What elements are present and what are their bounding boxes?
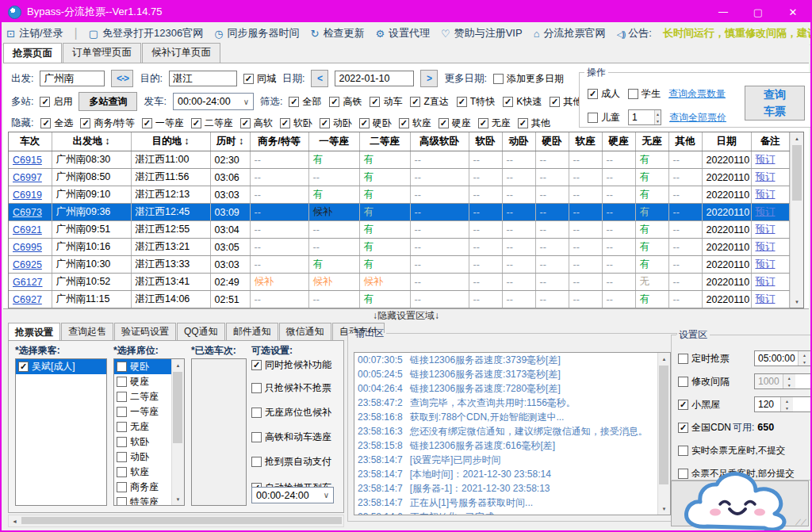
next-date-button[interactable]: > (420, 70, 438, 87)
date-input[interactable] (335, 71, 414, 86)
scrollbar-thumb[interactable] (659, 366, 668, 484)
hide-seat-checkbox[interactable]: 商务/特等 (80, 117, 134, 130)
menu-item-1[interactable]: 注销/登录 (6, 26, 63, 40)
train-type-checkbox[interactable]: K快速 (503, 95, 542, 109)
scroll-up-icon[interactable] (172, 359, 184, 371)
log-entry[interactable]: 23:58:14:7[服务器-1]：2021-12-30 23:58:13 (354, 481, 658, 496)
train-number-link[interactable]: C6973 (13, 207, 42, 218)
seat-item[interactable]: 软卧 (114, 434, 172, 450)
spinner-up-icon[interactable] (783, 374, 795, 381)
train-row[interactable]: C6995广州南10:16湛江西13:2103:05----有---------… (9, 239, 790, 256)
log-entry[interactable]: 23:58:16:8获取到:788个CDN,开始智能测速中... (354, 410, 658, 424)
seat-checkbox[interactable]: 动卧 (117, 450, 149, 464)
spinner-up-icon[interactable] (781, 397, 793, 404)
main-tab[interactable]: 抢票页面 (3, 43, 62, 63)
checkbox-box[interactable] (320, 118, 330, 128)
checkbox-box[interactable] (117, 362, 127, 372)
settings-tab[interactable]: QQ通知 (177, 323, 225, 341)
book-link[interactable]: 预订 (756, 293, 776, 304)
start-grabbing-button[interactable]: 开始抢票 (671, 480, 809, 526)
train-number-link[interactable]: C6927 (13, 294, 42, 305)
setting-spinner[interactable]: 05:00:00 (754, 350, 811, 366)
column-header[interactable]: 硬座 (602, 132, 635, 151)
train-number-link[interactable]: C6925 (13, 259, 42, 270)
train-row[interactable]: C6973广州南09:36湛江西12:4503:09--候补有---------… (9, 204, 790, 221)
checkbox-box[interactable] (370, 97, 380, 107)
same-city-checkbox[interactable]: 同城 (243, 72, 276, 86)
checkbox-box[interactable] (117, 392, 127, 402)
seat-item[interactable]: 特等座 (114, 495, 172, 506)
spinner-up-icon[interactable] (655, 110, 661, 117)
log-entry[interactable]: 23:58:47:2查询完毕，本次查询共用时:1156毫秒。 (354, 396, 658, 410)
hide-seat-checkbox[interactable]: 其他 (518, 117, 550, 130)
checkbox-box[interactable] (678, 469, 688, 479)
book-link[interactable]: 预订 (756, 171, 776, 182)
checkbox-box[interactable] (550, 97, 560, 107)
train-number-link[interactable]: C6995 (13, 242, 42, 253)
option-checkbox[interactable]: 高铁和动车选座 (251, 431, 331, 444)
checkbox-box[interactable] (359, 118, 370, 128)
train-type-checkbox[interactable]: 高铁 (329, 95, 362, 109)
seat-checkbox[interactable]: 硬座 (117, 375, 149, 388)
train-number-link[interactable]: C6919 (13, 189, 42, 201)
selected-trains-listbox[interactable] (191, 358, 247, 506)
spinner-down-icon[interactable] (655, 117, 661, 124)
passenger-checkbox[interactable]: 吴斌[成人] (18, 360, 75, 373)
settings-tab[interactable]: 抢票设置 (8, 323, 60, 342)
main-tab[interactable]: 订单管理页面 (63, 43, 141, 63)
checkbox-box[interactable] (251, 432, 262, 442)
checkbox-box[interactable] (243, 74, 254, 84)
spinner-down-icon[interactable] (799, 358, 810, 366)
checkbox-box[interactable] (518, 118, 528, 128)
column-header[interactable]: 出发地 ↕ (52, 132, 131, 151)
checkbox-box[interactable] (678, 400, 688, 410)
seat-item[interactable]: 软座 (114, 465, 172, 480)
scroll-up-icon[interactable] (791, 132, 803, 144)
column-header[interactable]: 日期 (702, 132, 751, 151)
booking-horizontal-scrollbar[interactable] (8, 515, 344, 527)
log-entry[interactable]: 23:58:14:7[本地时间]：2021-12-30 23:58:14 (354, 467, 658, 481)
hide-seat-checkbox[interactable]: 二等座 (191, 117, 233, 130)
output-log-listbox[interactable]: 00:07:30:5链接12306服务器速度:3739毫秒[差]00:05:24… (354, 352, 671, 515)
hide-seat-checkbox[interactable]: 一等座 (142, 117, 184, 130)
train-number-link[interactable]: C6915 (13, 155, 42, 166)
checkbox-box[interactable] (191, 118, 201, 128)
multi-enable-checkbox[interactable]: 启用 (40, 95, 72, 109)
menu-item-3[interactable]: 同步服务器时间 (214, 26, 299, 40)
spinner-down-icon[interactable] (781, 404, 793, 411)
setting-checkbox[interactable]: 余票不足乘客时,部分提交 (678, 468, 795, 480)
hide-seat-checkbox[interactable]: 高软 (240, 117, 273, 130)
seat-checkbox[interactable]: 二等座 (117, 390, 159, 404)
log-entry[interactable]: 00:04:26:4链接12306服务器速度:7280毫秒[差] (354, 381, 658, 396)
scrollbar-thumb[interactable] (173, 372, 182, 443)
query-tickets-button[interactable]: 查询 车票 (745, 86, 805, 121)
close-button[interactable] (776, 2, 810, 22)
add-more-dates-checkbox[interactable]: 添加更多日期 (493, 72, 564, 86)
seat-item[interactable]: 动卧 (114, 450, 172, 465)
train-type-checkbox[interactable]: 其他 (550, 95, 582, 109)
train-type-checkbox[interactable]: 动车 (370, 95, 402, 109)
setting-checkbox[interactable]: 修改间隔 (678, 375, 730, 388)
checkbox-box[interactable] (117, 377, 127, 387)
seat-item[interactable]: 硬卧 (114, 359, 172, 374)
resize-grip[interactable]: ⟋⟋ (795, 518, 806, 527)
scroll-down-icon[interactable] (172, 493, 184, 505)
main-tab[interactable]: 候补订单页面 (142, 43, 220, 63)
column-header[interactable]: 动卧 (502, 132, 535, 151)
menu-item-6[interactable]: 赞助与注册VIP (441, 26, 523, 40)
checkbox-box[interactable] (493, 74, 504, 84)
seat-checkbox[interactable]: 硬卧 (117, 360, 149, 373)
minimize-button[interactable] (706, 2, 741, 22)
log-scrollbar[interactable] (657, 353, 670, 515)
log-entry[interactable]: 23:58:14:6正在初始化...已完成 (354, 510, 658, 515)
train-row[interactable]: C6925广州南10:30湛江西13:3303:03--有有----------… (9, 256, 790, 274)
scroll-left-icon[interactable] (9, 515, 21, 526)
checkbox-box[interactable] (117, 452, 127, 462)
checkbox-box[interactable] (117, 482, 127, 492)
seat-checkbox[interactable]: 无座 (117, 420, 149, 434)
query-all-prices-link[interactable]: 查询全部票价 (669, 111, 726, 124)
checkbox-box[interactable] (588, 89, 598, 99)
train-type-checkbox[interactable]: T特快 (457, 95, 495, 109)
passenger-listbox[interactable]: 吴斌[成人] (15, 358, 107, 506)
checkbox-box[interactable] (503, 97, 513, 107)
